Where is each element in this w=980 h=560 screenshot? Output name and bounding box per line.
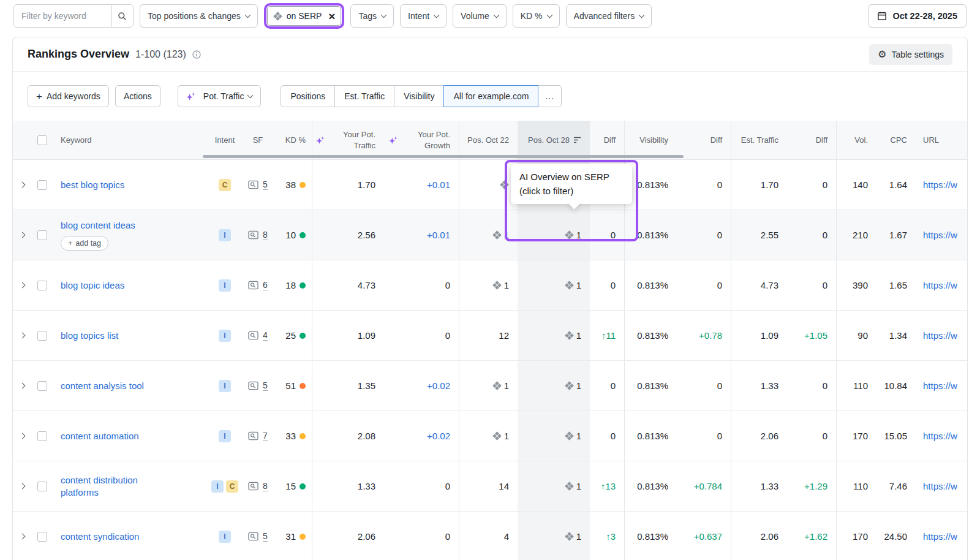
row-expander[interactable] [13, 361, 31, 411]
col-header-cpc[interactable]: CPC [876, 121, 916, 159]
intent-badge[interactable]: I [219, 279, 231, 292]
sf-count-link[interactable]: 5 [263, 380, 268, 392]
serp-features-icon [248, 331, 258, 340]
sf-count-link[interactable]: 8 [263, 481, 268, 492]
row-expander[interactable] [13, 311, 31, 360]
row-checkbox[interactable] [37, 180, 47, 190]
search-button[interactable] [111, 5, 133, 27]
intent-label: Intent [408, 11, 429, 21]
col-header-url[interactable]: URL [916, 121, 967, 159]
url-link[interactable]: https://w [923, 431, 957, 441]
col-header-diff-visibility[interactable]: Diff [677, 121, 731, 159]
keyword-link[interactable]: best blog topics [61, 179, 124, 191]
intent-badge[interactable]: I [219, 229, 231, 241]
tab-positions[interactable]: Positions [281, 85, 335, 107]
url-link[interactable]: https://w [923, 280, 957, 290]
rankings-table: Keyword Intent SF KD % Your Pot. Traffic [13, 121, 967, 560]
kd-dropdown[interactable]: KD % [513, 4, 560, 28]
row-expander[interactable] [13, 210, 31, 260]
remove-filter-icon[interactable]: × [328, 10, 335, 22]
intent-badge[interactable]: I [219, 531, 231, 543]
row-checkbox[interactable] [37, 281, 47, 290]
col-header-volume[interactable]: Vol. [836, 121, 876, 159]
col-header-diff-est-traffic[interactable]: Diff [787, 121, 836, 159]
sf-count-link[interactable]: 4 [263, 330, 268, 341]
table-settings-button[interactable]: ⚙ Table settings [869, 44, 952, 65]
date-range-picker[interactable]: Oct 22-28, 2025 [868, 4, 967, 28]
row-expander[interactable] [13, 512, 31, 560]
keyword-filter-input[interactable] [14, 5, 111, 27]
pot-traffic-dropdown[interactable]: Pot. Traffic [178, 85, 262, 107]
row-checkbox[interactable] [37, 381, 47, 391]
intent-badge[interactable]: C [226, 480, 238, 493]
row-expander[interactable] [13, 411, 31, 461]
add-keywords-button[interactable]: + Add keywords [28, 85, 109, 107]
url-link[interactable]: https://w [923, 481, 957, 491]
more-tabs-button[interactable]: ... [538, 85, 562, 107]
row-expander[interactable] [13, 461, 31, 511]
tab-est-traffic[interactable]: Est. Traffic [334, 85, 394, 107]
intent-badge[interactable]: C [219, 179, 231, 191]
info-icon[interactable] [192, 50, 201, 59]
keyword-link[interactable]: blog topic ideas [61, 279, 124, 292]
row-checkbox[interactable] [37, 431, 47, 441]
url-link[interactable]: https://w [923, 180, 957, 190]
volume-dropdown[interactable]: Volume [453, 4, 507, 28]
keyword-link[interactable]: content automation [61, 430, 139, 442]
intent-badge[interactable]: I [211, 480, 224, 493]
row-expander[interactable] [13, 160, 31, 210]
row-checkbox[interactable] [37, 532, 47, 542]
keyword-link[interactable]: content analysis tool [61, 380, 144, 392]
col-header-your-pot-growth[interactable]: Your Pot. Growth [384, 121, 459, 159]
actions-button[interactable]: Actions [115, 85, 160, 107]
sf-count-link[interactable]: 6 [263, 280, 268, 291]
row-checkbox[interactable] [37, 482, 47, 491]
keyword-link[interactable]: content syndication [61, 531, 139, 543]
ai-overview-icon [565, 532, 574, 541]
sf-count-link[interactable]: 7 [263, 431, 268, 442]
select-all-checkbox[interactable] [37, 135, 47, 145]
tags-dropdown[interactable]: Tags [350, 4, 394, 28]
url-link[interactable]: https://w [923, 380, 957, 391]
page-title: Rankings Overview [28, 48, 129, 61]
col-header-est-traffic[interactable]: Est. Traffic [731, 121, 787, 159]
url-link[interactable]: https://w [923, 531, 957, 542]
tab-visibility[interactable]: Visibility [394, 85, 444, 107]
intent-badge[interactable]: I [219, 330, 231, 342]
col-header-your-pot-traffic[interactable]: Your Pot. Traffic [312, 121, 384, 159]
keyword-link[interactable]: content distribution platforms [61, 474, 170, 498]
keyword-link[interactable]: blog topics list [61, 330, 118, 342]
url-link[interactable]: https://w [923, 330, 957, 341]
sf-count-link[interactable]: 5 [263, 180, 268, 191]
row-checkbox[interactable] [37, 331, 47, 341]
keyword-link[interactable]: blog content ideas [61, 219, 135, 232]
col-header-intent[interactable]: Intent [208, 121, 242, 159]
col-header-kd[interactable]: KD % [274, 121, 312, 159]
sf-count-link[interactable]: 5 [263, 531, 268, 542]
sf-count-link[interactable]: 8 [263, 230, 268, 241]
chevron-right-icon [19, 182, 25, 188]
serp-filter-chip[interactable]: on SERP × [267, 6, 342, 26]
row-expander[interactable] [13, 260, 31, 310]
tab-all-for-domain[interactable]: All for example.com [443, 85, 538, 107]
col-header-sf[interactable]: SF [242, 121, 274, 159]
col-header-diff-pos[interactable]: Diff [590, 121, 624, 159]
col-header-pos-oct-22[interactable]: Pos. Oct 22 [459, 121, 518, 159]
horizontal-scrollbar[interactable] [203, 155, 684, 158]
col-header-visibility[interactable]: Visibility [624, 121, 677, 159]
col-header-pos-oct-28[interactable]: Pos. Oct 28 [518, 121, 590, 159]
col-header-checkbox [31, 121, 53, 159]
row-checkbox[interactable] [37, 230, 47, 240]
intent-badge[interactable]: I [219, 430, 231, 442]
advanced-filters-dropdown[interactable]: Advanced filters [566, 4, 652, 28]
col-header-keyword[interactable]: Keyword [53, 121, 208, 159]
cell-visibility-diff: 0 [677, 260, 731, 310]
cell-kd: 31 [274, 512, 312, 560]
cell-visibility-diff: 0 [677, 210, 731, 260]
intent-badge[interactable]: I [219, 380, 231, 392]
url-link[interactable]: https://w [923, 230, 957, 240]
row-checkbox-cell [31, 461, 53, 511]
top-positions-dropdown[interactable]: Top positions & changes [140, 4, 258, 28]
intent-dropdown[interactable]: Intent [400, 4, 447, 28]
add-tag-button[interactable]: +add tag [61, 236, 108, 251]
